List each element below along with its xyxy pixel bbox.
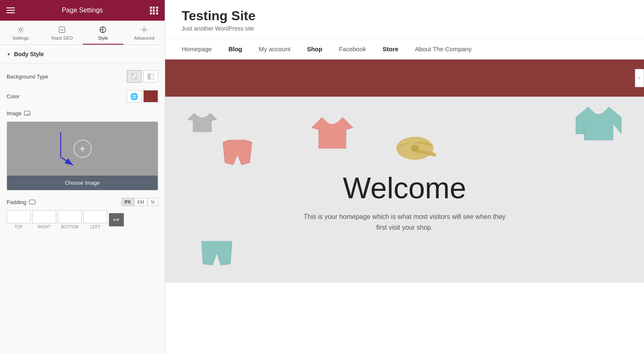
padding-bottom-input[interactable] bbox=[58, 210, 82, 223]
padding-top-label: TOP bbox=[14, 225, 23, 229]
hamburger-icon[interactable] bbox=[7, 7, 15, 13]
tab-yoast[interactable]: Yoast SEO bbox=[41, 21, 83, 45]
nav-myaccount[interactable]: My account bbox=[259, 45, 291, 52]
padding-right-input[interactable] bbox=[32, 210, 56, 223]
tab-style[interactable]: Style bbox=[83, 21, 124, 45]
welcome-heading: Welcome bbox=[301, 171, 508, 205]
product-showcase: Welcome This is your homepage which is w… bbox=[165, 97, 644, 283]
section-title: Body Style bbox=[14, 51, 44, 57]
tab-advanced-label: Advanced bbox=[134, 36, 154, 40]
nav-facebook[interactable]: Facebook bbox=[339, 45, 366, 52]
nav-shop[interactable]: Shop bbox=[307, 45, 322, 52]
welcome-subtitle: This is your homepage which is what most… bbox=[301, 211, 508, 233]
type-buttons bbox=[127, 70, 158, 83]
collapse-toggle[interactable]: ‹ bbox=[635, 69, 644, 87]
type-btn-image[interactable] bbox=[143, 70, 158, 83]
section-body-style[interactable]: ▼ Body Style bbox=[0, 45, 165, 64]
tab-style-label: Style bbox=[98, 36, 108, 40]
unit-buttons: PX EM % bbox=[121, 198, 158, 206]
nav-bar: Homepage Blog My account Shop Facebook S… bbox=[165, 38, 644, 59]
left-panel: Page Settings Settings Yoast SEO bbox=[0, 0, 165, 354]
padding-right-label: RIGHT bbox=[38, 225, 50, 229]
svg-point-3 bbox=[143, 29, 145, 31]
nav-about[interactable]: About The Company bbox=[415, 45, 471, 52]
nav-homepage[interactable]: Homepage bbox=[182, 45, 212, 52]
choose-image-button[interactable]: Choose Image bbox=[7, 176, 158, 190]
clothing-shirt-teal bbox=[574, 101, 623, 146]
padding-row: Padding PX EM % bbox=[7, 198, 158, 206]
type-btn-color[interactable] bbox=[127, 70, 142, 83]
link-padding-button[interactable] bbox=[109, 213, 124, 226]
background-type-label: Background Type bbox=[7, 74, 48, 80]
padding-label: Padding bbox=[7, 199, 36, 205]
background-type-row: Background Type bbox=[7, 70, 158, 83]
tab-advanced[interactable]: Advanced bbox=[123, 21, 165, 45]
padding-inputs: TOP RIGHT BOTTOM LEFT bbox=[7, 210, 158, 229]
image-field-row: Image bbox=[7, 110, 158, 116]
svg-rect-10 bbox=[29, 200, 35, 204]
color-label: Color bbox=[7, 93, 19, 100]
panel-title: Page Settings bbox=[62, 7, 103, 14]
globe-button[interactable]: 🌐 bbox=[127, 90, 142, 102]
svg-rect-7 bbox=[148, 74, 151, 79]
site-header: Testing Site Just another WordPress site bbox=[165, 0, 644, 38]
nav-blog[interactable]: Blog bbox=[228, 45, 242, 52]
clothing-shorts-teal bbox=[198, 237, 235, 270]
tab-yoast-label: Yoast SEO bbox=[51, 36, 73, 40]
panel-tabs: Settings Yoast SEO Style Advanced bbox=[0, 21, 165, 45]
site-title: Testing Site bbox=[182, 8, 627, 24]
padding-bottom-label: BOTTOM bbox=[61, 225, 79, 229]
tab-settings[interactable]: Settings bbox=[0, 21, 41, 45]
image-placeholder[interactable]: + bbox=[7, 122, 158, 176]
padding-left-label: LEFT bbox=[90, 225, 100, 229]
nav-store[interactable]: Store bbox=[383, 45, 398, 52]
color-row: Color 🌐 bbox=[7, 90, 158, 102]
unit-btn-percent[interactable]: % bbox=[147, 198, 158, 206]
padding-top-wrap: TOP bbox=[7, 210, 31, 229]
color-buttons: 🌐 bbox=[127, 90, 158, 102]
clothing-shorts-pink bbox=[219, 138, 256, 179]
add-image-icon[interactable]: + bbox=[73, 140, 92, 158]
svg-point-0 bbox=[19, 29, 22, 31]
padding-top-input[interactable] bbox=[7, 210, 31, 223]
right-content: Testing Site Just another WordPress site… bbox=[165, 0, 644, 354]
panel-header: Page Settings bbox=[0, 0, 165, 21]
unit-btn-em[interactable]: EM bbox=[134, 198, 148, 206]
section-body: Background Type Color 🌐 bbox=[0, 64, 165, 236]
grid-icon[interactable] bbox=[150, 7, 158, 14]
image-label: Image bbox=[7, 110, 31, 116]
site-tagline: Just another WordPress site bbox=[182, 25, 627, 32]
padding-right-wrap: RIGHT bbox=[32, 210, 56, 229]
welcome-text-area: Welcome This is your homepage which is w… bbox=[301, 171, 508, 233]
collapse-arrow: ▼ bbox=[7, 52, 11, 57]
svg-point-12 bbox=[411, 145, 419, 152]
clothing-shirt-gray bbox=[186, 105, 219, 138]
clothing-shirt-red bbox=[310, 109, 355, 154]
padding-left-input[interactable] bbox=[83, 210, 107, 223]
hero-section: ‹ bbox=[165, 59, 644, 97]
color-swatch[interactable] bbox=[143, 90, 158, 102]
unit-btn-px[interactable]: PX bbox=[121, 198, 134, 206]
padding-left-wrap: LEFT bbox=[83, 210, 107, 229]
tab-settings-label: Settings bbox=[12, 36, 29, 40]
padding-bottom-wrap: BOTTOM bbox=[58, 210, 82, 229]
image-upload-area: + Choose Image bbox=[7, 121, 158, 190]
panel-content: ▼ Body Style Background Type Color bbox=[0, 45, 165, 354]
clothing-cap-yellow bbox=[392, 130, 438, 163]
